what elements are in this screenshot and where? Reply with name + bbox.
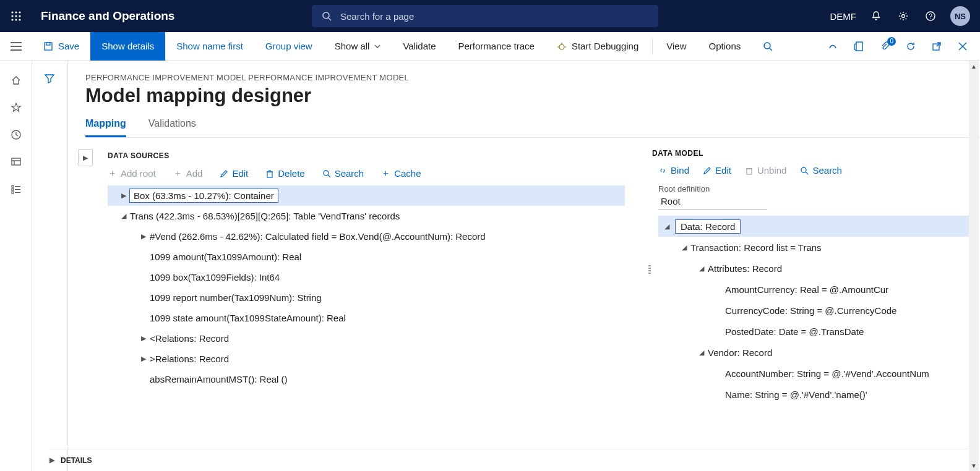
tree-node[interactable]: ▶Box (63.3ms - 10.27%): Container [108, 185, 625, 206]
pencil-icon [220, 169, 228, 178]
performance-trace-button[interactable]: Performance trace [447, 32, 545, 61]
dm-search-button[interactable]: Search [800, 165, 842, 176]
tree-arrow[interactable]: ▶ [137, 355, 150, 363]
tab-validations[interactable]: Validations [148, 118, 196, 137]
svg-point-6 [11, 19, 13, 20]
tree-node[interactable]: ▶>Relations: Record [108, 349, 647, 369]
scroll-up[interactable]: ▲ [969, 61, 979, 72]
svg-line-24 [770, 48, 772, 51]
validate-button[interactable]: Validate [392, 32, 447, 61]
tree-arrow[interactable]: ◢ [695, 349, 708, 357]
tree-node[interactable]: 1099 report number(Tax1099Num): String [108, 287, 647, 308]
modules-icon[interactable] [10, 183, 22, 195]
tree-node[interactable]: PostedDate: Date = @.TransDate [658, 321, 970, 342]
datasource-types-collapse[interactable]: ▶ [78, 149, 93, 166]
tab-mapping[interactable]: Mapping [85, 118, 126, 137]
svg-point-23 [764, 43, 770, 49]
tree-label: Data: Record [676, 220, 740, 233]
bell-icon[interactable] [869, 9, 883, 23]
popout-icon[interactable] [929, 41, 944, 51]
tree-node[interactable]: ◢Trans (422.3ms - 68.53%)[265][Q:265]: T… [108, 206, 647, 226]
trash-icon [265, 169, 274, 178]
tree-arrow[interactable]: ◢ [678, 244, 690, 252]
dataverse-icon[interactable] [825, 41, 840, 52]
show-all-dropdown[interactable]: Show all [324, 32, 392, 61]
refresh-icon[interactable] [903, 41, 918, 52]
command-bar: Save Show details Show name first Group … [0, 32, 980, 61]
company-code[interactable]: DEMF [830, 11, 857, 22]
star-icon[interactable] [10, 101, 22, 114]
tree-node[interactable]: AccountNumber: String = @.'#Vend'.Accoun… [658, 363, 970, 384]
root-definition-label: Root definition [658, 184, 970, 193]
global-search[interactable] [312, 5, 658, 27]
tree-node[interactable]: CurrencyCode: String = @.CurrencyCode [658, 300, 970, 321]
show-name-first-button[interactable]: Show name first [165, 32, 254, 61]
tree-arrow[interactable]: ▶ [137, 334, 150, 342]
tree-node[interactable]: absRemainAmountMST(): Real () [108, 369, 647, 389]
tree-node[interactable]: ◢Attributes: Record [658, 258, 970, 279]
tree-arrow[interactable]: ◢ [118, 212, 130, 220]
search-icon [322, 169, 331, 178]
tree-node[interactable]: AmountCurrency: Real = @.AmountCur [658, 279, 970, 300]
details-section[interactable]: ▶ DETAILS [49, 449, 968, 471]
view-menu[interactable]: View [655, 32, 697, 61]
tree-node[interactable]: Name: String = @.'#Vend'.'name()' [658, 384, 970, 405]
tree-node[interactable]: ◢Vendor: Record [658, 342, 970, 363]
tree-node[interactable]: 1099 state amount(Tax1099StateAmount): R… [108, 308, 647, 328]
vertical-splitter[interactable] [647, 138, 652, 405]
home-icon[interactable] [10, 74, 22, 87]
toolbar-search-button[interactable] [752, 32, 784, 61]
search-input[interactable] [340, 11, 648, 22]
office-icon[interactable] [851, 41, 866, 52]
close-icon[interactable] [955, 42, 970, 51]
save-button[interactable]: Save [32, 32, 90, 61]
tree-arrow[interactable]: ◢ [661, 223, 673, 231]
attachments-icon[interactable]: 0 [877, 41, 892, 52]
svg-point-19 [559, 45, 564, 49]
svg-rect-33 [12, 185, 14, 187]
tree-arrow[interactable]: ▶ [137, 232, 150, 240]
dm-edit-button[interactable]: Edit [703, 165, 731, 176]
options-menu[interactable]: Options [698, 32, 752, 61]
waffle-icon[interactable] [0, 11, 32, 22]
svg-line-47 [806, 172, 808, 174]
scroll-down[interactable]: ▼ [969, 460, 979, 471]
cache-button[interactable]: ＋Cache [381, 168, 421, 179]
content: PERFORMANCE IMPROVEMENT MODEL PERFORMANC… [68, 61, 980, 471]
bind-button[interactable]: Bind [658, 165, 689, 176]
show-details-button[interactable]: Show details [90, 32, 165, 61]
data-sources-toolbar: ＋Add root ＋Add Edit Delete Search ＋Cache [108, 168, 647, 179]
tree-node[interactable]: ▶#Vend (262.6ms - 42.62%): Calculated fi… [108, 226, 647, 247]
gear-icon[interactable] [896, 9, 911, 23]
svg-point-4 [15, 15, 17, 17]
filter-icon[interactable] [44, 73, 56, 85]
tree-label: #Vend (262.6ms - 42.62%): Calculated fie… [150, 231, 486, 242]
start-debugging-button[interactable]: Start Debugging [546, 32, 650, 61]
tree-node[interactable]: 1099 amount(Tax1099Amount): Real [108, 247, 647, 267]
recent-icon[interactable] [10, 129, 22, 141]
nav-hamburger-icon[interactable] [0, 42, 32, 51]
data-model-header: DATA MODEL [652, 149, 970, 158]
plus-icon: ＋ [381, 168, 390, 179]
vertical-scrollbar[interactable]: ▲ ▼ [969, 61, 979, 471]
avatar[interactable]: NS [950, 6, 970, 26]
group-view-button[interactable]: Group view [254, 32, 324, 61]
add-root-button[interactable]: ＋Add root [108, 168, 156, 179]
svg-text:?: ? [929, 12, 932, 20]
tree-arrow[interactable]: ◢ [695, 265, 708, 273]
workspace-icon[interactable] [10, 156, 22, 168]
add-button[interactable]: ＋Add [173, 168, 203, 179]
help-icon[interactable]: ? [923, 9, 938, 23]
root-definition-value[interactable]: Root [658, 193, 767, 210]
unbind-button[interactable]: Unbind [745, 165, 787, 176]
tree-node[interactable]: ▶<Relations: Record [108, 328, 647, 349]
search-button[interactable]: Search [322, 168, 364, 179]
plus-icon: ＋ [108, 168, 117, 179]
tree-node[interactable]: ◢Transaction: Record list = Trans [658, 237, 970, 258]
edit-button[interactable]: Edit [220, 168, 248, 179]
svg-rect-30 [12, 158, 20, 165]
tree-node[interactable]: 1099 box(Tax1099Fields): Int64 [108, 267, 647, 287]
delete-button[interactable]: Delete [265, 168, 304, 179]
tree-arrow[interactable]: ▶ [118, 192, 130, 200]
tree-node[interactable]: ◢Data: Record [658, 216, 970, 237]
